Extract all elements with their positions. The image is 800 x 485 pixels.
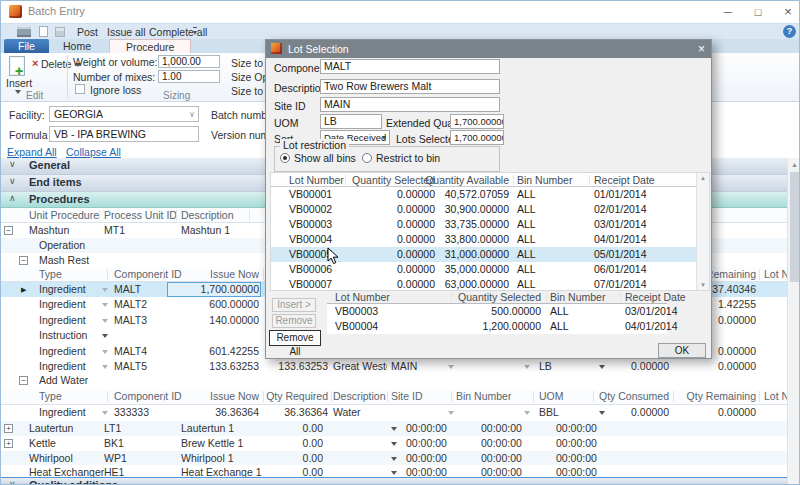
- col-issue-now[interactable]: Issue Now: [167, 389, 259, 404]
- complete-all-button[interactable]: Complete all: [149, 26, 207, 38]
- cell-date[interactable]: 03/01/2014: [625, 304, 700, 319]
- cell-type[interactable]: Ingredient: [39, 359, 86, 374]
- site-id-field[interactable]: MAIN: [320, 97, 500, 112]
- cell-issue-now[interactable]: 601.42255: [167, 344, 259, 359]
- type-caret-icon[interactable]: [102, 288, 108, 292]
- cell-type[interactable]: Ingredient: [39, 297, 86, 312]
- cell-date[interactable]: 03/01/2014: [594, 217, 674, 232]
- col-type[interactable]: Type: [39, 267, 62, 282]
- close-button-icon[interactable]: ×: [777, 3, 799, 21]
- cell-lot[interactable]: VB00001: [289, 187, 332, 202]
- cell-type[interactable]: Ingredient: [39, 282, 86, 297]
- cell-available[interactable]: 33,800.00000: [421, 232, 509, 247]
- cell-lot[interactable]: VB00007: [289, 277, 332, 292]
- cell-type[interactable]: Instruction: [39, 328, 87, 343]
- formula-id-field[interactable]: VB - IPA BREWING: [49, 126, 199, 142]
- cell-bin[interactable]: ALL: [517, 217, 587, 232]
- lot-row[interactable]: VB00004 0.00000 33,800.00000 ALL 04/01/2…: [271, 232, 709, 247]
- cell-component-id[interactable]: MALT3: [114, 313, 147, 328]
- cell-available[interactable]: 31,000.00000: [421, 247, 509, 262]
- expand-box-icon[interactable]: +: [4, 439, 13, 448]
- col-receipt-date[interactable]: Receipt Date: [594, 173, 674, 188]
- new-document-icon[interactable]: [39, 26, 48, 37]
- cell-date[interactable]: 04/01/2014: [625, 319, 700, 334]
- expand-box-icon[interactable]: +: [4, 424, 13, 433]
- col-lot-number[interactable]: Lot Number: [289, 173, 344, 188]
- cell-available[interactable]: 35,000.00000: [421, 262, 509, 277]
- grid-row-whirlpool[interactable]: Whirlpool WP1 Whirlpool 1 0.00 00:00:00 …: [1, 451, 787, 465]
- cell-time[interactable]: 00:00:00: [481, 451, 522, 466]
- tab-file[interactable]: File: [4, 39, 49, 53]
- ignore-loss-checkbox[interactable]: [75, 84, 85, 94]
- lot-row[interactable]: VB00001 0.00000 40,572.07059 ALL 01/01/2…: [271, 187, 709, 202]
- bin-caret-icon[interactable]: [524, 365, 530, 369]
- cell-selected[interactable]: 1,200.00000: [457, 319, 541, 334]
- cell-qty-consumed[interactable]: 0.00000: [597, 405, 669, 420]
- insert-button[interactable]: Insert: [6, 77, 32, 89]
- cell-component-id[interactable]: MALT: [114, 282, 141, 297]
- cell-available[interactable]: 33,735.00000: [421, 217, 509, 232]
- type-caret-icon[interactable]: [102, 365, 108, 369]
- cell-component-id[interactable]: MALT5: [114, 359, 147, 374]
- grid-row-malt5[interactable]: Ingredient MALT5 133.63253 133.63253 Gre…: [1, 359, 787, 373]
- cell-unit-id[interactable]: WP1: [104, 451, 127, 466]
- post-button[interactable]: Post: [77, 26, 98, 38]
- cell-bin[interactable]: ALL: [550, 304, 610, 319]
- facility-combo[interactable]: GEORGIA: [49, 106, 199, 122]
- lot-row[interactable]: VB00003 0.00000 33,735.00000 ALL 03/01/2…: [271, 217, 709, 232]
- cell-available[interactable]: 30,900.00000: [421, 202, 509, 217]
- cell-lot[interactable]: VB00005: [289, 247, 332, 262]
- site-caret-icon[interactable]: [448, 365, 454, 369]
- minimize-button-icon[interactable]: ─: [717, 3, 739, 21]
- cell-value[interactable]: 0.00: [251, 451, 323, 466]
- col-lot-number[interactable]: Lot Number: [335, 290, 390, 305]
- cell-group-label[interactable]: Operation: [39, 238, 85, 253]
- col-description[interactable]: Description: [181, 208, 234, 223]
- main-vertical-scrollbar[interactable]: ▲: [787, 158, 800, 485]
- cell-selected[interactable]: 500.00000: [457, 304, 541, 319]
- scroll-down-icon[interactable]: ▼: [697, 282, 709, 288]
- cell-issue-now[interactable]: 140.00000: [167, 313, 259, 328]
- col-lot-numbers[interactable]: Lot Numbers: [764, 389, 787, 404]
- cell-component-id[interactable]: MALT2: [114, 297, 147, 312]
- grid-row-water[interactable]: Ingredient 333333 36.36364 36.36364 Wate…: [1, 405, 787, 421]
- cell-time[interactable]: 00:00:00: [406, 451, 447, 466]
- weight-field[interactable]: 1,000.00: [158, 55, 220, 68]
- help-icon[interactable]: ?: [783, 25, 796, 38]
- lot-row[interactable]: VB00002 0.00000 30,900.00000 ALL 02/01/2…: [271, 202, 709, 217]
- col-issue-now[interactable]: Issue Now: [167, 267, 259, 282]
- cell-time[interactable]: 00:00:00: [406, 421, 447, 436]
- grid-row-lautertun[interactable]: + Lautertun LT1 Lautertun 1 0.00 00:00:0…: [1, 421, 787, 436]
- cell-uom[interactable]: BBL: [539, 405, 579, 420]
- cell-qty-remaining[interactable]: 0.00000: [684, 405, 756, 420]
- col-bin-number[interactable]: Bin Number: [550, 290, 610, 305]
- cell-issue-now[interactable]: 1,700.00000: [167, 282, 259, 297]
- mixes-field[interactable]: 1.00: [158, 70, 220, 83]
- grid-row-kettle[interactable]: + Kettle BK1 Brew Kettle 1 0.00 00:00:00…: [1, 436, 787, 451]
- sort-caret-icon[interactable]: ▾: [382, 133, 386, 142]
- print-icon[interactable]: [17, 27, 31, 37]
- description-field[interactable]: Two Row Brewers Malt: [320, 79, 500, 94]
- ok-button[interactable]: OK: [658, 343, 706, 358]
- col-unit-procedure[interactable]: Unit Procedure: [29, 208, 99, 223]
- col-qty-consumed[interactable]: Qty Consumed: [597, 389, 669, 404]
- cell-unit-desc[interactable]: Lautertun 1: [181, 421, 234, 436]
- maximize-button-icon[interactable]: □: [747, 3, 769, 21]
- cell-unit-id[interactable]: MT1: [104, 223, 125, 238]
- cell-unit-name[interactable]: Mashtun: [29, 223, 69, 238]
- cell-time[interactable]: 00:00:00: [556, 421, 597, 436]
- col-lot-numbers[interactable]: Lot Numbers: [764, 267, 787, 282]
- col-process-unit-id[interactable]: Process Unit ID: [104, 208, 177, 223]
- lots-table-scrollbar[interactable]: ▲ ▼: [696, 173, 709, 290]
- cell-group-label[interactable]: Mash Rest: [39, 253, 89, 268]
- dropdown-caret-icon[interactable]: [391, 427, 397, 431]
- collapse-box-icon[interactable]: −: [4, 226, 13, 235]
- dropdown-caret-icon[interactable]: [391, 442, 397, 446]
- cell-unit-name[interactable]: Whirlpool: [29, 451, 73, 466]
- cell-issue-now[interactable]: 36.36364: [167, 405, 259, 420]
- cell-lot[interactable]: VB00003: [335, 304, 378, 319]
- col-description[interactable]: Description: [333, 389, 387, 404]
- cell-type[interactable]: Ingredient: [39, 405, 86, 420]
- cell-lot[interactable]: VB00003: [289, 217, 332, 232]
- cell-lot[interactable]: VB00002: [289, 202, 332, 217]
